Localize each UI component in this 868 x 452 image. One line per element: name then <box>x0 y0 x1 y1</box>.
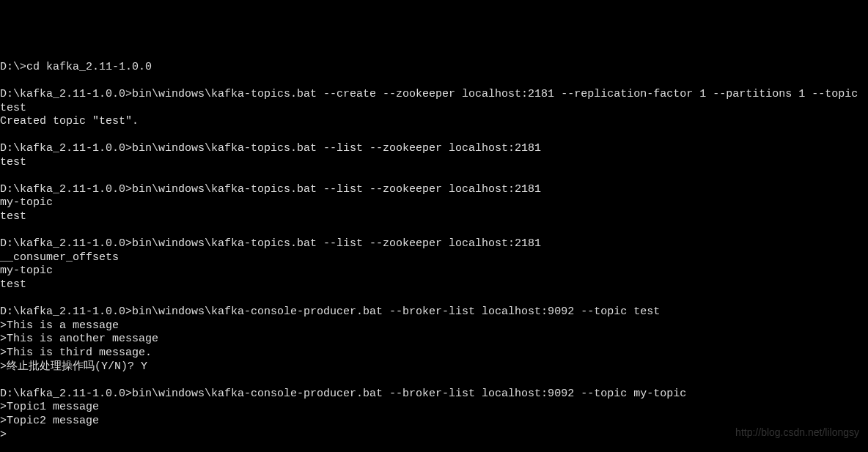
command-block: D:\kafka_2.11-1.0.0>bin\windows\kafka-to… <box>0 88 868 129</box>
prompt: D:\kafka_2.11-1.0.0> <box>0 237 132 250</box>
command-line: D:\kafka_2.11-1.0.0>bin\windows\kafka-to… <box>0 237 868 251</box>
output-line: test <box>0 156 868 170</box>
prompt: D:\kafka_2.11-1.0.0> <box>0 88 132 100</box>
prompt: D:\kafka_2.11-1.0.0> <box>0 183 132 196</box>
output-line: >终止批处理操作吗(Y/N)? Y <box>0 360 868 374</box>
output-line: >This is third message. <box>0 347 868 360</box>
command-line: D:\>cd kafka_2.11-1.0.0 <box>0 61 868 75</box>
command-text: cd kafka_2.11-1.0.0 <box>26 61 152 73</box>
prompt: D:\> <box>0 61 26 73</box>
command-block: D:\kafka_2.11-1.0.0>bin\windows\kafka-co… <box>0 305 868 374</box>
output-line: >Topic1 message <box>0 401 868 415</box>
output-line: test <box>0 210 868 224</box>
command-text: bin\windows\kafka-topics.bat --list --zo… <box>132 142 541 155</box>
output-line: Created topic "test". <box>0 115 868 129</box>
prompt: D:\kafka_2.11-1.0.0> <box>0 388 132 400</box>
command-block: D:\kafka_2.11-1.0.0>bin\windows\kafka-to… <box>0 183 868 224</box>
command-text: bin\windows\kafka-console-producer.bat -… <box>132 305 660 318</box>
output-line: my-topic <box>0 264 868 278</box>
output-line: my-topic <box>0 196 868 210</box>
command-line: D:\kafka_2.11-1.0.0>bin\windows\kafka-to… <box>0 183 868 197</box>
command-block: D:\kafka_2.11-1.0.0>bin\windows\kafka-to… <box>0 142 868 170</box>
terminal-window[interactable]: D:\>cd kafka_2.11-1.0.0D:\kafka_2.11-1.0… <box>0 61 868 442</box>
output-line: test <box>0 278 868 292</box>
output-line: >This is a message <box>0 319 868 333</box>
command-block: D:\>cd kafka_2.11-1.0.0 <box>0 61 868 75</box>
command-line: D:\kafka_2.11-1.0.0>bin\windows\kafka-co… <box>0 305 868 319</box>
command-line: D:\kafka_2.11-1.0.0>bin\windows\kafka-to… <box>0 88 868 116</box>
command-text: bin\windows\kafka-topics.bat --list --zo… <box>132 237 541 250</box>
watermark-text: http://blog.csdn.net/lilongsy <box>735 426 859 440</box>
output-line: __consumer_offsets <box>0 251 868 265</box>
command-line: D:\kafka_2.11-1.0.0>bin\windows\kafka-co… <box>0 388 868 401</box>
output-line: >This is another message <box>0 333 868 347</box>
command-block: D:\kafka_2.11-1.0.0>bin\windows\kafka-to… <box>0 237 868 292</box>
prompt: D:\kafka_2.11-1.0.0> <box>0 142 132 155</box>
command-line: D:\kafka_2.11-1.0.0>bin\windows\kafka-to… <box>0 142 868 156</box>
prompt: D:\kafka_2.11-1.0.0> <box>0 305 132 318</box>
command-text: bin\windows\kafka-console-producer.bat -… <box>132 388 686 400</box>
command-text: bin\windows\kafka-topics.bat --list --zo… <box>132 183 541 196</box>
